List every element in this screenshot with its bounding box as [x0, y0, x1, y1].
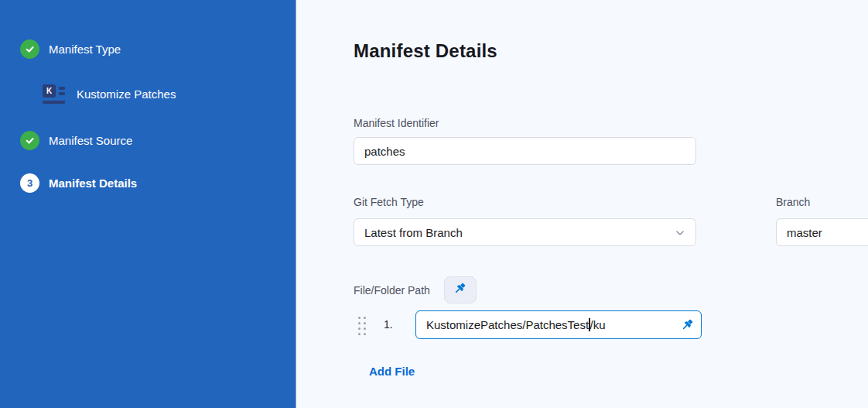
- manifest-identifier-label: Manifest Identifier: [354, 117, 439, 129]
- manifest-identifier-input[interactable]: [354, 137, 696, 165]
- sidebar-item-manifest-details[interactable]: 3 Manifest Details: [20, 173, 137, 193]
- page-title: Manifest Details: [354, 40, 497, 62]
- git-fetch-type-select[interactable]: Latest from Branch: [354, 218, 696, 246]
- path-row: 1. KustomizePatches/PatchesTest/ku: [354, 310, 787, 341]
- check-icon: [20, 39, 39, 59]
- manifest-wizard-page: Manifest Type K Kustomize Patches Manife…: [0, 0, 868, 408]
- drag-handle-icon[interactable]: [357, 315, 367, 337]
- pin-icon: [453, 282, 466, 298]
- path-value-after-caret: /ku: [590, 318, 606, 331]
- sidebar-item-manifest-type[interactable]: Manifest Type: [20, 39, 121, 59]
- wizard-steps-sidebar: Manifest Type K Kustomize Patches Manife…: [0, 0, 296, 408]
- git-fetch-type-selected-value: Latest from Branch: [364, 226, 463, 239]
- step-label: Manifest Source: [49, 134, 132, 147]
- path-row-index: 1.: [384, 318, 393, 331]
- manifest-details-panel: Manifest Details Manifest Identifier Git…: [297, 0, 868, 408]
- branch-input[interactable]: [776, 218, 868, 246]
- branch-label: Branch: [776, 196, 810, 208]
- kustomize-icon-letter: K: [43, 84, 56, 98]
- git-fetch-type-label: Git Fetch Type: [354, 196, 424, 208]
- step-label: Manifest Details: [49, 177, 137, 190]
- check-icon: [20, 131, 39, 150]
- file-folder-path-label: File/Folder Path: [354, 284, 430, 297]
- pin-icon: [681, 318, 694, 334]
- fixed-value-pin-button[interactable]: [444, 276, 477, 303]
- add-file-button[interactable]: Add File: [369, 365, 415, 378]
- step-label: Manifest Type: [49, 43, 121, 56]
- kustomize-icon: K: [43, 84, 67, 104]
- file-folder-path-label-row: File/Folder Path: [354, 276, 477, 303]
- sidebar-subitem-kustomize-patches[interactable]: K Kustomize Patches: [43, 84, 176, 104]
- path-value-before-caret: KustomizePatches/PatchesTest: [426, 318, 589, 331]
- path-input[interactable]: KustomizePatches/PatchesTest/ku: [415, 310, 702, 339]
- step-number-badge: 3: [20, 173, 39, 193]
- sidebar-item-manifest-source[interactable]: Manifest Source: [20, 131, 132, 150]
- chevron-down-icon: [674, 227, 686, 242]
- substep-label: Kustomize Patches: [77, 87, 176, 101]
